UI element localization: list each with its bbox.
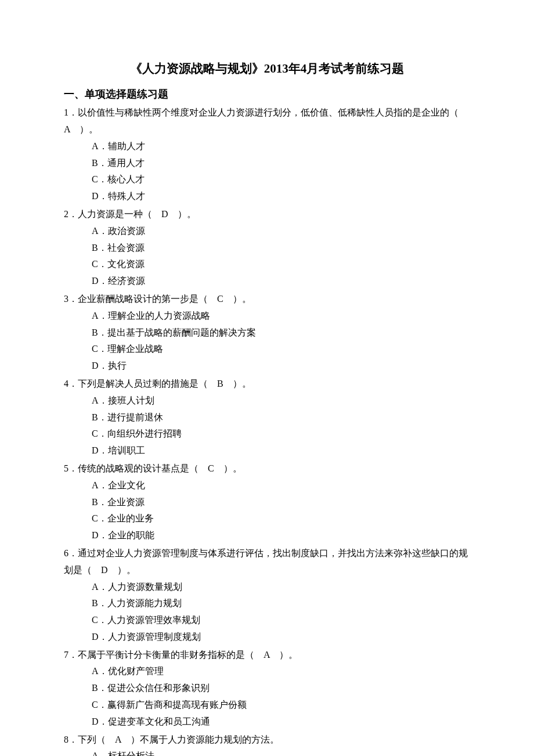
question-1: 1．以价值性与稀缺性两个维度对企业人力资源进行划分，低价值、低稀缺性人员指的是企… (64, 105, 470, 205)
option-c: C．文化资源 (92, 256, 470, 273)
option-a: A．理解企业的人力资源战略 (92, 308, 470, 325)
option-d: D．企业的职能 (92, 527, 470, 544)
option-a: A．优化财产管理 (92, 663, 470, 680)
question-text: 8．下列（ A ）不属于人力资源能力规划的方法。 (64, 732, 470, 748)
question-text: 6．通过对企业人力资源管理制度与体系进行评估，找出制度缺口，并找出方法来弥补这些… (64, 545, 470, 579)
option-b: B．人力资源能力规划 (92, 595, 470, 612)
question-text: 5．传统的战略观的设计基点是（ C ）。 (64, 460, 470, 477)
page-title: 《人力资源战略与规划》2013年4月考试考前练习题 (64, 58, 470, 80)
option-b: B．企业资源 (92, 494, 470, 511)
question-text: 2．人力资源是一种（ D ）。 (64, 206, 470, 223)
option-a: A．接班人计划 (92, 393, 470, 409)
option-a: A．企业文化 (92, 477, 470, 494)
option-a: A．人力资源数量规划 (92, 579, 470, 596)
option-d: D．经济资源 (92, 273, 470, 290)
question-text: 1．以价值性与稀缺性两个维度对企业人力资源进行划分，低价值、低稀缺性人员指的是企… (64, 105, 470, 138)
question-7: 7．不属于平衡计分卡衡量的非财务指标的是（ A ）。 A．优化财产管理 B．促进… (64, 647, 470, 730)
option-b: B．促进公众信任和形象识别 (92, 680, 470, 697)
option-c: C．赢得新广告商和提高现有账户份额 (92, 697, 470, 714)
option-c: C．核心人才 (92, 171, 470, 188)
options: A．人力资源数量规划 B．人力资源能力规划 C．人力资源管理效率规划 D．人力资… (64, 579, 470, 646)
option-c: C．理解企业战略 (92, 341, 470, 358)
option-d: D．促进变革文化和员工沟通 (92, 714, 470, 730)
question-4: 4．下列是解决人员过剩的措施是（ B ）。 A．接班人计划 B．进行提前退休 C… (64, 376, 470, 459)
options: A．企业文化 B．企业资源 C．企业的业务 D．企业的职能 (64, 477, 470, 544)
options: A．政治资源 B．社会资源 C．文化资源 D．经济资源 (64, 223, 470, 290)
options: A．标杆分析法 B．核心能力认定法 C．核心能力需求分析法 (64, 748, 470, 756)
option-d: D．人力资源管理制度规划 (92, 629, 470, 646)
options: A．辅助人才 B．通用人才 C．核心人才 D．特殊人才 (64, 138, 470, 205)
question-text: 7．不属于平衡计分卡衡量的非财务指标的是（ A ）。 (64, 647, 470, 664)
section-header: 一、单项选择题练习题 (64, 85, 470, 103)
option-d: D．特殊人才 (92, 188, 470, 205)
question-3: 3．企业薪酬战略设计的第一步是（ C ）。 A．理解企业的人力资源战略 B．提出… (64, 291, 470, 375)
options: A．接班人计划 B．进行提前退休 C．向组织外进行招聘 D．培训职工 (64, 393, 470, 459)
option-d: D．培训职工 (92, 442, 470, 459)
option-a: A．辅助人才 (92, 138, 470, 155)
option-b: B．提出基于战略的薪酬问题的解决方案 (92, 325, 470, 341)
option-d: D．执行 (92, 358, 470, 375)
question-6: 6．通过对企业人力资源管理制度与体系进行评估，找出制度缺口，并找出方法来弥补这些… (64, 545, 470, 646)
option-a: A．政治资源 (92, 223, 470, 240)
question-8: 8．下列（ A ）不属于人力资源能力规划的方法。 A．标杆分析法 B．核心能力认… (64, 732, 470, 756)
question-text: 3．企业薪酬战略设计的第一步是（ C ）。 (64, 291, 470, 308)
option-c: C．人力资源管理效率规划 (92, 612, 470, 629)
question-2: 2．人力资源是一种（ D ）。 A．政治资源 B．社会资源 C．文化资源 D．经… (64, 206, 470, 290)
option-b: B．通用人才 (92, 155, 470, 172)
option-a: A．标杆分析法 (92, 748, 470, 756)
options: A．优化财产管理 B．促进公众信任和形象识别 C．赢得新广告商和提高现有账户份额… (64, 663, 470, 730)
option-b: B．进行提前退休 (92, 409, 470, 426)
question-text: 4．下列是解决人员过剩的措施是（ B ）。 (64, 376, 470, 393)
option-c: C．企业的业务 (92, 510, 470, 527)
question-5: 5．传统的战略观的设计基点是（ C ）。 A．企业文化 B．企业资源 C．企业的… (64, 460, 470, 544)
options: A．理解企业的人力资源战略 B．提出基于战略的薪酬问题的解决方案 C．理解企业战… (64, 308, 470, 375)
option-b: B．社会资源 (92, 240, 470, 257)
option-c: C．向组织外进行招聘 (92, 426, 470, 442)
